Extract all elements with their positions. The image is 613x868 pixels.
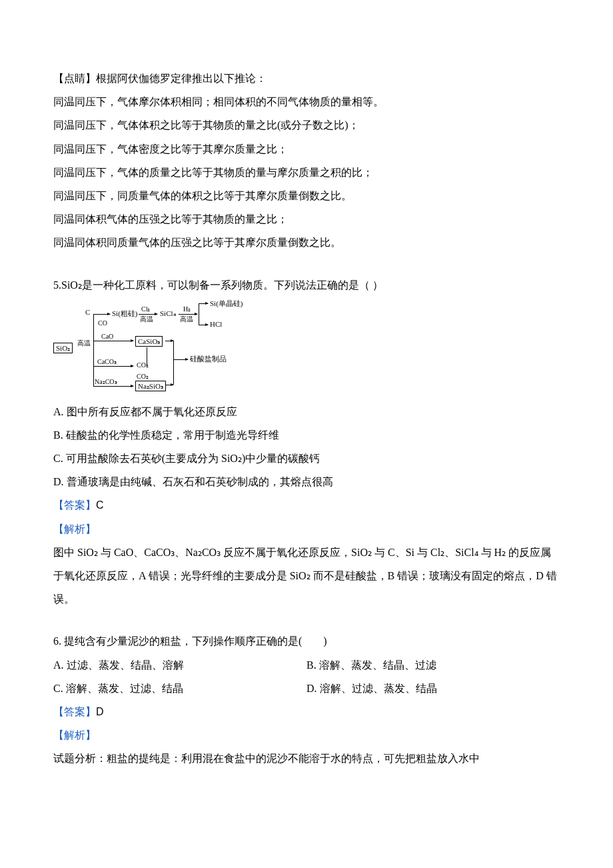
tip-line: 同温同压下，气体的质量之比等于其物质的量与摩尔质量之积的比； (53, 161, 560, 184)
q5-diagram: SiO₂ 高温 C CO Si(粗硅) Cl₂ 高温 SiCl₄ H₂ 高温 S… (53, 299, 253, 396)
node-sicl4: SiCl₄ (160, 309, 176, 317)
q5-option-a: A. 图中所有反应都不属于氧化还原反应 (53, 400, 560, 423)
arrow (179, 314, 197, 315)
tip-line: 同温同体积同质量气体的压强之比等于其摩尔质量倒数之比。 (53, 231, 560, 254)
q5-answer: C (96, 499, 104, 511)
arrow (93, 314, 110, 315)
label-hitemp: 高温 (77, 339, 91, 347)
line (173, 341, 174, 385)
node-hcl: HCl (210, 320, 222, 328)
q5-option-c: C. 可用盐酸除去石英砂(主要成分为 SiO₂)中少量的碳酸钙 (53, 447, 560, 470)
arrow (93, 386, 133, 387)
line (199, 303, 199, 325)
node-si-crude: Si(粗硅) (112, 309, 138, 317)
tip-line: 同温同体积气体的压强之比等于其物质的量之比； (53, 207, 560, 231)
q6-analysis: 试题分析：粗盐的提纯是：利用混在食盐中的泥沙不能溶于水的特点，可先把粗盐放入水中 (53, 747, 560, 770)
q6-stem: 6. 提纯含有少量泥沙的粗盐，下列操作顺序正确的是( ) (53, 629, 560, 653)
q6-option-b: B. 溶解、蒸发、结晶、过滤 (306, 653, 560, 677)
label-hitemp2: 高温 (140, 315, 153, 323)
node-silicate: 硅酸盐制品 (190, 355, 227, 363)
arrow (93, 366, 133, 367)
node-casio3: CaSiO₃ (135, 336, 163, 347)
tip-line: 同温同压下，同质量气体的体积之比等于其摩尔质量倒数之比。 (53, 184, 560, 207)
line (147, 347, 147, 366)
arrow (165, 385, 173, 385)
node-c: C (85, 308, 90, 316)
tip-line: 同温同压下，气体摩尔体积相同；相同体积的不同气体物质的量相等。 (53, 90, 560, 113)
arrow (165, 341, 173, 341)
q5-answer-line: 【答案】C (53, 493, 560, 517)
arrow (139, 314, 157, 315)
q5-analysis-label: 【解析】 (53, 517, 560, 541)
answer-label: 【答案】 (53, 706, 96, 717)
node-si-pure: Si(单晶硅) (210, 299, 243, 307)
label-caco3: CaCO₃ (97, 358, 117, 365)
tip-heading: 【点睛】根据阿伏伽德罗定律推出以下推论： (53, 67, 560, 90)
q5-analysis: 图中 SiO₂ 与 CaO、CaCO₃、Na₂CO₃ 反应不属于氧化还原反应，S… (53, 541, 560, 611)
line (93, 314, 94, 386)
q6-option-a: A. 过滤、蒸发、结晶、溶解 (53, 653, 306, 677)
arrow (199, 325, 208, 325)
q6-answer-line: 【答案】D (53, 700, 560, 723)
label-cao: CaO (101, 333, 113, 340)
node-sio2: SiO₂ (53, 343, 73, 353)
arrow (173, 359, 188, 360)
label-co2-2: CO₂ (137, 373, 149, 380)
q5-option-d: D. 普通玻璃是由纯碱、石灰石和石英砂制成的，其熔点很高 (53, 470, 560, 493)
label-cl2: Cl₂ (141, 305, 150, 313)
q6-answer: D (96, 706, 104, 717)
label-na2co3: Na₂CO₃ (95, 378, 117, 385)
q6-analysis-label: 【解析】 (53, 723, 560, 747)
arrow (199, 303, 208, 304)
tip-line: 同温同压下，气体密度之比等于其摩尔质量之比； (53, 137, 560, 161)
label-h2: H₂ (183, 305, 191, 313)
q5-option-b: B. 硅酸盐的化学性质稳定，常用于制造光导纤维 (53, 423, 560, 447)
arrow (93, 341, 133, 341)
label-co: CO (98, 319, 107, 327)
q5-stem: 5.SiO₂是一种化工原料，可以制备一系列物质。下列说法正确的是（ ） (53, 273, 560, 297)
label-hitemp3: 高温 (180, 315, 193, 323)
answer-label: 【答案】 (53, 499, 96, 511)
q6-option-c: C. 溶解、蒸发、过滤、结晶 (53, 677, 306, 700)
q6-option-d: D. 溶解、过滤、蒸发、结晶 (306, 677, 560, 700)
node-na2sio3: Na₂SiO₃ (135, 381, 166, 391)
tip-line: 同温同压下，气体体积之比等于其物质的量之比(或分子数之比)； (53, 113, 560, 137)
